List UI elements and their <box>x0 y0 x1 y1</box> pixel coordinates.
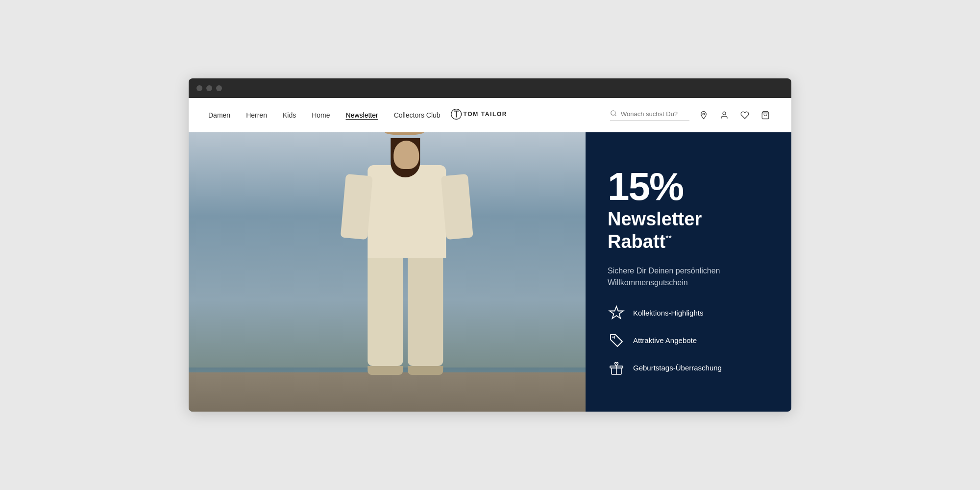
feature-item-highlights: Kollektions-Highlights <box>608 304 769 322</box>
browser-dot-green <box>216 85 222 91</box>
search-input[interactable] <box>621 110 689 118</box>
nav-item-kids[interactable]: Kids <box>283 111 296 119</box>
svg-point-7 <box>723 112 726 115</box>
nav-item-newsletter[interactable]: Newsletter <box>346 111 378 119</box>
svg-point-4 <box>611 110 615 115</box>
nav-item-herren[interactable]: Herren <box>246 111 267 119</box>
browser-dot-yellow <box>206 85 212 91</box>
account-icon <box>720 111 729 120</box>
tom-tailor-logo: TOM TAILOR <box>451 107 529 122</box>
hero-subtitle: Sichere Dir Deinen persönlichen Willkomm… <box>608 265 755 289</box>
nav-item-home[interactable]: Home <box>312 111 330 119</box>
location-icon <box>699 111 708 120</box>
hero-section: 15% Newsletter Rabatt** Sichere Dir Dein… <box>189 132 791 412</box>
feature-item-geburtstag: Geburtstags-Überraschung <box>608 359 769 377</box>
wishlist-icon <box>740 111 749 120</box>
nav-right <box>610 109 772 122</box>
person-figure <box>355 143 446 375</box>
hero-image <box>189 132 586 412</box>
search-container[interactable] <box>610 110 689 121</box>
gift-icon <box>608 359 625 377</box>
svg-point-10 <box>612 336 614 338</box>
nav-item-collectors-club[interactable]: Collectors Club <box>394 111 441 119</box>
svg-line-5 <box>615 114 616 116</box>
hero-panel: 15% Newsletter Rabatt** Sichere Dir Dein… <box>586 132 791 412</box>
svg-text:TOM TAILOR: TOM TAILOR <box>464 111 508 118</box>
star-icon <box>608 304 625 322</box>
discount-label: Newsletter Rabatt** <box>608 208 769 253</box>
svg-marker-9 <box>610 306 623 318</box>
location-button[interactable] <box>697 109 710 122</box>
beach-ground <box>189 372 586 412</box>
search-icon <box>610 110 617 118</box>
nav-item-damen[interactable]: Damen <box>208 111 230 119</box>
site-header: Damen Herren Kids Home Newsletter Collec… <box>189 98 791 132</box>
cart-icon <box>761 111 770 120</box>
feature-item-angebote: Attraktive Angebote <box>608 332 769 349</box>
svg-point-6 <box>703 113 705 115</box>
cart-button[interactable] <box>759 109 772 122</box>
account-button[interactable] <box>718 109 731 122</box>
features-list: Kollektions-Highlights Attraktive Angebo… <box>608 304 769 377</box>
browser-chrome <box>189 78 791 98</box>
wishlist-button[interactable] <box>738 109 751 122</box>
browser-dot-red <box>196 85 202 91</box>
tag-icon <box>608 332 625 349</box>
discount-number: 15% <box>608 167 769 206</box>
main-nav: Damen Herren Kids Home Newsletter Collec… <box>208 111 441 119</box>
logo[interactable]: TOM TAILOR <box>451 107 529 123</box>
